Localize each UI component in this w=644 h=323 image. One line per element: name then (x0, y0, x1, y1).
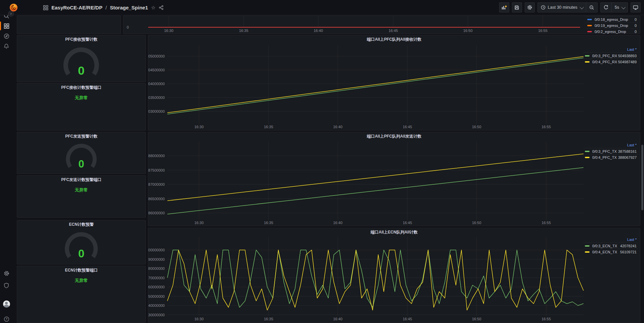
panel-title[interactable]: PFC接收预警计数 (17, 35, 146, 43)
svg-text:60000000: 60000000 (148, 285, 165, 289)
breadcrumb-separator: / (106, 5, 107, 10)
add-panel-button[interactable] (499, 2, 509, 12)
vertical-scrollbar[interactable] (641, 145, 643, 210)
legend-swatch (587, 19, 592, 20)
legend-calc-header[interactable]: Last * (583, 143, 638, 148)
svg-text:16:45: 16:45 (403, 317, 412, 321)
svg-text:40000000: 40000000 (148, 303, 165, 308)
pfc-rx-stat-panel[interactable]: PFC接收计数预警端口 无异常 (17, 83, 146, 131)
stat-value: 无异常 (17, 187, 146, 193)
pfc-tx-legend: Last *0/0:3_PFC_TX3875881610/0:4_PFC_TX3… (583, 143, 638, 160)
time-range-label: Last 30 minutes (548, 5, 577, 10)
refresh-interval-label: 5s (615, 5, 619, 10)
top-navigation-bar: EasyRoCE-AE/RE/DP / Storage_Spine1 ☆ (0, 0, 644, 15)
bell-icon (4, 43, 9, 49)
legend-item[interactable]: 0/0:4_ECN_TX56109721 (583, 249, 638, 255)
dashboard-settings-button[interactable] (525, 2, 535, 12)
legend-item[interactable]: 0/0:3_PFC_TX387588161 (583, 148, 638, 154)
sidebar-item-dashboards[interactable] (0, 21, 13, 31)
legend-calc-header[interactable]: Last * (583, 238, 638, 243)
pfc-rx-chart[interactable]: 5050000005045000005040000005035000005030… (148, 35, 640, 131)
legend-item[interactable]: 0/0:3_PFC_RX504938893 (583, 52, 638, 59)
legend-item[interactable]: 0/0:4_PFC_TX388067927 (583, 154, 638, 160)
legend-series-name: 0/0:2_egress_Drop (595, 30, 626, 34)
svg-text:0: 0 (127, 25, 129, 29)
dashboards-grid-icon[interactable] (43, 5, 48, 10)
refresh-interval-picker[interactable]: 5s (611, 3, 628, 12)
legend-last-value: 504987489 (618, 60, 637, 64)
svg-text:16:35: 16:35 (264, 221, 273, 225)
refresh-button[interactable] (601, 3, 611, 12)
chevron-down-icon (621, 5, 626, 9)
panel-title[interactable]: PFC发送预警计数 (17, 132, 146, 140)
egress-drop-chart[interactable]: 016:3016:3516:4016:4516:5016:55 (123, 16, 640, 34)
shield-icon (4, 283, 9, 288)
sidebar-item-profile[interactable] (0, 299, 13, 309)
svg-text:16:50: 16:50 (472, 221, 481, 225)
legend-last-value: 504938893 (618, 54, 637, 58)
legend-item[interactable]: 0/0:18_egress_Drop0 (586, 16, 638, 22)
cut-panel[interactable] (17, 15, 121, 34)
refresh-icon (604, 5, 608, 10)
time-range-picker[interactable]: Last 30 minutes (538, 3, 586, 12)
legend-last-value: 56109721 (620, 250, 637, 254)
legend-swatch (585, 157, 590, 158)
pfc-rx-chart-panel[interactable]: 端口All上PFC队列All接收计数 505000000504500000504… (148, 35, 640, 131)
gear-icon (4, 271, 9, 276)
svg-text:70000000: 70000000 (148, 276, 165, 280)
panel-title[interactable]: PFC接收计数预警端口 (17, 83, 146, 92)
legend-last-value: 0 (635, 24, 637, 28)
zoom-out-time-button[interactable] (586, 3, 597, 12)
svg-text:16:55: 16:55 (541, 317, 551, 321)
svg-text:504000000: 504000000 (148, 82, 165, 86)
sidebar-item-explore[interactable] (0, 31, 13, 41)
breadcrumb-dashboard-title[interactable]: Storage_Spine1 (110, 5, 148, 10)
monitor-icon (633, 5, 638, 10)
svg-text:387000000: 387000000 (148, 182, 165, 186)
legend-last-value: 42078241 (620, 244, 637, 248)
pfc-tx-chart-panel[interactable]: 端口All上PFC队列All发送计数 388000000387500000387… (148, 132, 640, 226)
svg-text:16:55: 16:55 (541, 125, 551, 129)
svg-text:90000000: 90000000 (148, 257, 165, 261)
time-picker-group: Last 30 minutes (537, 2, 598, 12)
sidebar-item-settings[interactable] (0, 268, 13, 278)
svg-text:387500000: 387500000 (148, 168, 165, 172)
legend-last-value: 388067927 (618, 155, 637, 159)
legend-item[interactable]: 0/0:3_ECN_TX42078241 (583, 243, 638, 249)
gauge: 0 (17, 43, 146, 80)
ecn-chart[interactable]: 1000000009000000080000000700000006000000… (148, 228, 640, 323)
zoom-out-icon (589, 5, 594, 10)
ecn-chart-panel[interactable]: 端口All上ECN队列All计数 10000000090000000800000… (148, 228, 640, 323)
share-icon[interactable] (159, 5, 164, 10)
legend-series-name: 0/0:4_PFC_RX (592, 60, 617, 64)
svg-text:16:45: 16:45 (389, 29, 398, 33)
series-line (167, 154, 583, 201)
user-avatar (3, 300, 10, 308)
sidebar-expand-button[interactable]: › (8, 11, 14, 16)
breadcrumb-folder[interactable]: EasyRoCE-AE/RE/DP (51, 5, 103, 10)
legend-item[interactable]: 0/0:2_egress_Drop0 (586, 28, 638, 34)
panel-title[interactable]: PFC发送计数预警端口 (17, 176, 146, 184)
sidebar-item-alerting[interactable] (0, 41, 13, 51)
ecn-stat-panel[interactable]: ECN计数预警端口 无异常 (17, 266, 146, 323)
svg-text:504500000: 504500000 (148, 68, 165, 72)
legend-last-value: 0 (635, 30, 637, 34)
legend-item[interactable]: 0/0:4_PFC_RX504987489 (583, 59, 638, 65)
sidebar-item-security[interactable] (0, 280, 13, 290)
pfc-tx-stat-panel[interactable]: PFC发送计数预警端口 无异常 (17, 175, 146, 218)
stat-value: 无异常 (17, 95, 146, 101)
kiosk-mode-button[interactable] (631, 2, 641, 12)
legend-calc-header[interactable]: Last * (583, 47, 638, 52)
sidebar-item-help[interactable]: ? (0, 314, 13, 323)
panel-title[interactable]: ECN计数预警端口 (17, 266, 146, 274)
pfc-tx-gauge-panel[interactable]: PFC发送预警计数 0 (17, 132, 146, 174)
legend-item[interactable]: 0/0:19_egress_Drop0 (586, 22, 638, 28)
star-icon[interactable]: ☆ (151, 5, 155, 11)
pfc-tx-chart[interactable]: 3880000003875000003870000003865000003860… (148, 132, 640, 226)
ecn-gauge-panel[interactable]: ECN计数预警 0 (17, 220, 146, 264)
egress-drop-chart-panel[interactable]: 016:3016:3516:4016:4516:5016:55 0/0:18_e… (123, 15, 640, 34)
svg-text:503500000: 503500000 (148, 96, 165, 100)
save-dashboard-button[interactable] (512, 2, 522, 12)
panel-title[interactable]: ECN计数预警 (17, 220, 146, 228)
pfc-rx-gauge-panel[interactable]: PFC接收预警计数 0 (17, 35, 146, 82)
